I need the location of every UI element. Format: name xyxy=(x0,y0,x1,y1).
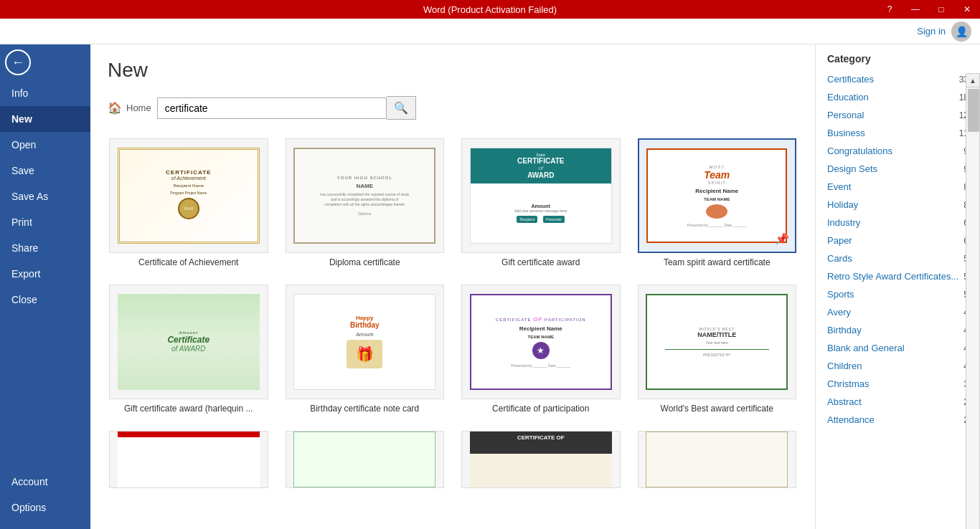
category-industry[interactable]: Industry 6 xyxy=(821,214,974,232)
template-thumb-partial-3: Certificate Of xyxy=(461,431,621,488)
template-thumb-partial-2 xyxy=(286,431,445,488)
template-card-diploma[interactable]: YOUR HIGH SCHOOL NAME has successfully c… xyxy=(284,137,446,269)
cert-birthday-preview: Happy Birthday Amount 🎁 xyxy=(293,294,435,390)
category-christmas[interactable]: Christmas 3 xyxy=(821,375,974,393)
sidebar-item-close[interactable]: Close xyxy=(0,287,90,313)
pin-icon: 📌 xyxy=(775,232,789,246)
home-label: Home xyxy=(126,103,151,113)
category-children[interactable]: Children 4 xyxy=(821,357,974,375)
category-avery[interactable]: Avery 4 xyxy=(821,303,974,321)
cert-gift-preview: Date CERTIFICATE of AWARD Amount Add you… xyxy=(470,148,612,244)
template-thumb-gift: Date CERTIFICATE of AWARD Amount Add you… xyxy=(461,138,621,253)
category-business[interactable]: Business 11 xyxy=(821,124,974,142)
close-button[interactable]: ✕ xyxy=(954,0,980,19)
maximize-button[interactable]: □ xyxy=(928,0,954,19)
sidebar-item-share[interactable]: Share xyxy=(0,235,90,261)
signin-link[interactable]: Sign in xyxy=(917,26,946,37)
template-thumb-partial-4 xyxy=(638,431,797,488)
window-controls: ? — □ ✕ xyxy=(877,0,980,19)
category-abstract[interactable]: Abstract 2 xyxy=(821,393,974,411)
category-name-attendance: Attendance xyxy=(827,414,875,425)
template-card-birthday[interactable]: Happy Birthday Amount 🎁 Birthday certifi… xyxy=(284,283,446,415)
cert-red-preview xyxy=(118,432,260,487)
page-title: New xyxy=(108,59,798,82)
category-congratulations[interactable]: Congratulations 9 xyxy=(821,142,974,160)
template-thumb-partial-1 xyxy=(109,431,268,488)
search-input[interactable] xyxy=(157,97,387,119)
sidebar-item-info[interactable]: Info xyxy=(0,80,90,106)
help-button[interactable]: ? xyxy=(877,0,903,19)
title-bar: Word (Product Activation Failed) ? — □ ✕ xyxy=(0,0,980,19)
cert-diploma-preview: YOUR HIGH SCHOOL NAME has successfully c… xyxy=(293,148,435,244)
template-thumb-diploma: YOUR HIGH SCHOOL NAME has successfully c… xyxy=(286,138,445,253)
category-name-birthday: Birthday xyxy=(827,325,862,335)
main-content: New 🏠 Home 🔍 CERTIFICATE of Achievement … xyxy=(90,44,815,529)
category-name-industry: Industry xyxy=(827,217,860,228)
sidebar-item-account[interactable]: Account xyxy=(0,469,90,495)
category-event[interactable]: Event 8 xyxy=(821,178,974,196)
category-cards[interactable]: Cards 5 xyxy=(821,249,974,267)
cert-green-preview xyxy=(293,432,435,487)
category-name-blank-general: Blank and General xyxy=(827,343,905,353)
sidebar-item-print[interactable]: Print xyxy=(0,209,90,235)
template-card-achievement[interactable]: CERTIFICATE of Achievement Recipient Nam… xyxy=(108,137,270,269)
app-body: ← Info New Open Save Save As Print Share… xyxy=(0,44,980,529)
sidebar-item-export[interactable]: Export xyxy=(0,261,90,287)
category-holiday[interactable]: Holiday 8 xyxy=(821,196,974,214)
category-birthday[interactable]: Birthday 4 xyxy=(821,321,974,339)
sidebar-item-save-as[interactable]: Save As xyxy=(0,184,90,209)
category-name-abstract: Abstract xyxy=(827,396,862,407)
category-name-design-sets: Design Sets xyxy=(827,163,877,174)
sidebar-item-new[interactable]: New xyxy=(0,106,90,132)
template-card-partial-2[interactable] xyxy=(284,429,446,490)
template-card-partial-1[interactable] xyxy=(108,429,270,490)
sidebar-item-options[interactable]: Options xyxy=(0,495,90,520)
template-card-worlds-best[interactable]: WORLD'S BEST NAME/TITLE Your text here P… xyxy=(636,283,798,415)
template-card-participation[interactable]: CERTIFICATE of PARTICIPATION Recipient N… xyxy=(460,283,622,415)
category-retro[interactable]: Retro Style Award Certificates... 5 xyxy=(821,267,974,285)
category-name-paper: Paper xyxy=(827,235,852,246)
template-thumb-achievement: CERTIFICATE of Achievement Recipient Nam… xyxy=(109,138,268,253)
app-title: Word (Product Activation Failed) xyxy=(423,4,557,15)
scroll-up-arrow[interactable]: ▲ xyxy=(966,73,980,87)
category-attendance[interactable]: Attendance 2 xyxy=(821,411,974,429)
template-thumb-harlequin: Amount Certificate of AWARD xyxy=(109,285,268,399)
template-card-harlequin[interactable]: Amount Certificate of AWARD Gift certifi… xyxy=(108,283,270,415)
category-paper[interactable]: Paper 6 xyxy=(821,232,974,249)
category-name-education: Education xyxy=(827,92,869,103)
category-name-cards: Cards xyxy=(827,253,852,264)
template-card-team[interactable]: MOST Team SPIRIT Recipient Name TEAM NAM… xyxy=(636,137,798,269)
search-button[interactable]: 🔍 xyxy=(387,96,416,120)
category-panel: Category Certificates 33 Education 18 Pe… xyxy=(815,44,980,529)
user-avatar[interactable]: 👤 xyxy=(951,22,971,42)
back-button[interactable]: ← xyxy=(0,44,36,80)
category-name-children: Children xyxy=(827,361,862,371)
templates-grid: CERTIFICATE of Achievement Recipient Nam… xyxy=(108,137,798,269)
cert-plain-preview xyxy=(646,432,788,487)
category-scrollbar: ▲ ▼ xyxy=(966,73,980,529)
home-link[interactable]: 🏠 Home xyxy=(108,101,151,115)
sidebar-item-save[interactable]: Save xyxy=(0,158,90,184)
scroll-track[interactable] xyxy=(966,87,980,529)
sidebar-item-open[interactable]: Open xyxy=(0,132,90,158)
category-name-christmas: Christmas xyxy=(827,378,870,389)
category-name-congratulations: Congratulations xyxy=(827,146,892,156)
minimize-button[interactable]: — xyxy=(903,0,928,19)
template-name-gift: Gift certificate award xyxy=(461,257,621,267)
category-design-sets[interactable]: Design Sets 9 xyxy=(821,160,974,178)
category-name-sports: Sports xyxy=(827,289,854,300)
category-header: Category xyxy=(816,44,980,70)
sidebar-nav: Info New Open Save Save As Print Share E… xyxy=(0,80,90,529)
template-card-gift[interactable]: Date CERTIFICATE of AWARD Amount Add you… xyxy=(460,137,622,269)
category-education[interactable]: Education 18 xyxy=(821,88,974,106)
category-personal[interactable]: Personal 12 xyxy=(821,106,974,124)
cert-worlds-best-preview: WORLD'S BEST NAME/TITLE Your text here P… xyxy=(646,294,788,390)
category-certificates[interactable]: Certificates 33 xyxy=(821,70,974,88)
category-sports[interactable]: Sports 5 xyxy=(821,285,974,303)
scroll-thumb[interactable] xyxy=(968,89,979,132)
template-card-partial-3[interactable]: Certificate Of xyxy=(460,429,622,490)
template-card-partial-4[interactable] xyxy=(636,429,798,490)
templates-grid-row2: Amount Certificate of AWARD Gift certifi… xyxy=(108,283,798,415)
category-name-retro: Retro Style Award Certificates... xyxy=(827,271,958,282)
category-blank-general[interactable]: Blank and General 4 xyxy=(821,339,974,357)
